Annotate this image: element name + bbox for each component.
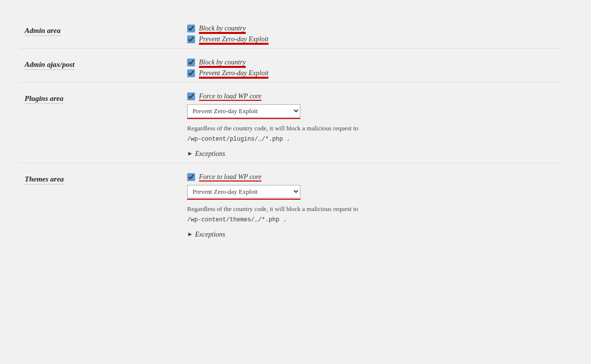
themes-force-load-row: Force to load WP core	[187, 173, 561, 181]
ajax-block-country-label: Block by country	[199, 59, 246, 66]
themes-desc-line1: Regardless of the country code, it will …	[187, 205, 358, 212]
plugins-desc-line2: /wp-content/plugins/…/*.php .	[187, 136, 290, 143]
admin-block-country-row: Block by country	[187, 25, 561, 32]
plugins-exceptions-row[interactable]: ► Exceptions	[187, 150, 561, 158]
plugins-area-row: Plugins area Force to load WP core Preve…	[20, 83, 561, 163]
plugins-select-wrapper: Prevent Zero-day Exploit Block by countr…	[187, 104, 300, 118]
admin-prevent-exploit-label-wrapper: Prevent Zero-day Exploit	[199, 35, 268, 43]
ajax-prevent-exploit-label-wrapper: Prevent Zero-day Exploit	[199, 69, 268, 77]
themes-area-row: Themes area Force to load WP core Preven…	[20, 163, 561, 243]
plugins-area-content: Force to load WP core Prevent Zero-day E…	[187, 92, 561, 158]
themes-force-load-label: Force to load WP core	[199, 173, 262, 181]
admin-ajax-content: Block by country Prevent Zero-day Exploi…	[187, 59, 561, 77]
plugins-description: Regardless of the country code, it will …	[187, 123, 561, 144]
themes-area-label-container: Themes area	[20, 173, 187, 184]
themes-select-row: Prevent Zero-day Exploit Block by countr…	[187, 185, 561, 198]
ajax-prevent-exploit-row: Prevent Zero-day Exploit	[187, 69, 561, 77]
ajax-block-country-checkbox[interactable]	[187, 59, 195, 66]
admin-prevent-exploit-checkbox[interactable]	[187, 35, 195, 43]
admin-prevent-exploit-row: Prevent Zero-day Exploit	[187, 35, 561, 43]
admin-prevent-exploit-label: Prevent Zero-day Exploit	[199, 35, 268, 43]
plugins-force-load-row: Force to load WP core	[187, 92, 561, 100]
plugins-area-label: Plugins area	[25, 94, 64, 104]
admin-block-country-label: Block by country	[199, 25, 246, 32]
themes-exceptions-arrow: ►	[187, 231, 193, 238]
ajax-block-country-row: Block by country	[187, 59, 561, 66]
plugins-force-load-label: Force to load WP core	[199, 92, 262, 100]
ajax-prevent-exploit-label: Prevent Zero-day Exploit	[199, 69, 268, 77]
ajax-prevent-exploit-checkbox[interactable]	[187, 69, 195, 77]
plugins-exceptions-arrow: ►	[187, 150, 193, 157]
themes-select-wrapper: Prevent Zero-day Exploit Block by countr…	[187, 185, 300, 198]
ajax-block-country-label-wrapper: Block by country	[199, 59, 246, 66]
plugins-force-load-checkbox[interactable]	[187, 92, 195, 100]
plugins-desc-line1: Regardless of the country code, it will …	[187, 124, 358, 132]
admin-area-row: Admin area Block by country Prevent Zero…	[20, 15, 561, 49]
admin-ajax-row: Admin ajax/post Block by country Prevent…	[20, 49, 561, 83]
admin-block-country-label-wrapper: Block by country	[199, 25, 246, 32]
themes-force-load-checkbox[interactable]	[187, 173, 195, 181]
admin-ajax-label-container: Admin ajax/post	[20, 59, 187, 70]
admin-area-content: Block by country Prevent Zero-day Exploi…	[187, 25, 561, 43]
themes-area-label: Themes area	[25, 175, 64, 184]
themes-exploit-select[interactable]: Prevent Zero-day Exploit Block by countr…	[187, 185, 300, 198]
plugins-area-label-container: Plugins area	[20, 92, 187, 104]
themes-area-content: Force to load WP core Prevent Zero-day E…	[187, 173, 561, 239]
admin-ajax-label: Admin ajax/post	[25, 61, 74, 70]
settings-container: Admin area Block by country Prevent Zero…	[20, 10, 561, 248]
themes-desc-line2: /wp-content/themes/…/*.php .	[187, 216, 287, 223]
themes-exceptions-row[interactable]: ► Exceptions	[187, 231, 561, 239]
admin-area-label: Admin area	[25, 27, 61, 36]
admin-block-country-checkbox[interactable]	[187, 25, 195, 32]
admin-area-label-container: Admin area	[20, 25, 187, 36]
plugins-select-row: Prevent Zero-day Exploit Block by countr…	[187, 104, 561, 118]
themes-exceptions-label: Exceptions	[195, 231, 225, 239]
plugins-exploit-select[interactable]: Prevent Zero-day Exploit Block by countr…	[187, 104, 300, 118]
plugins-exceptions-label: Exceptions	[195, 150, 225, 158]
themes-description: Regardless of the country code, it will …	[187, 204, 561, 225]
